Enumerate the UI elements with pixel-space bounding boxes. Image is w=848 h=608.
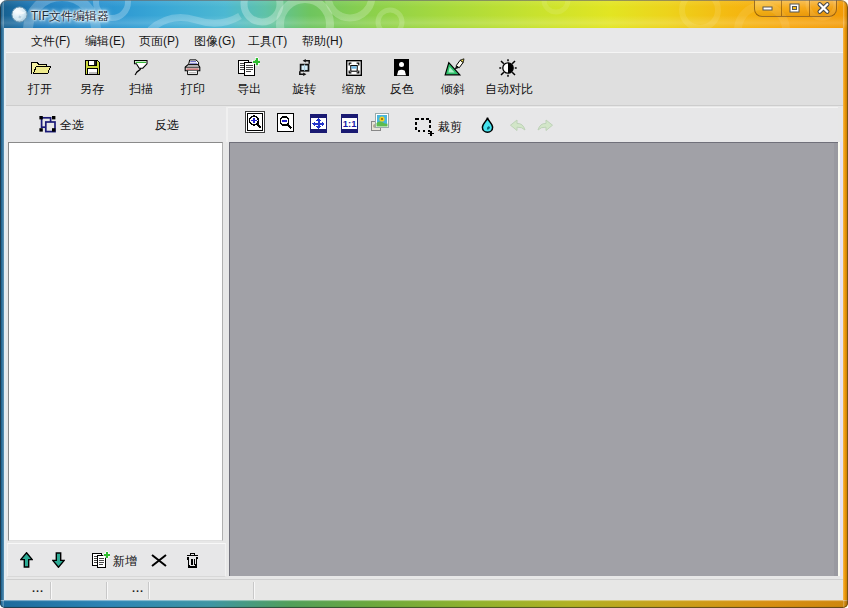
svg-text:1:1: 1:1 xyxy=(343,118,357,129)
